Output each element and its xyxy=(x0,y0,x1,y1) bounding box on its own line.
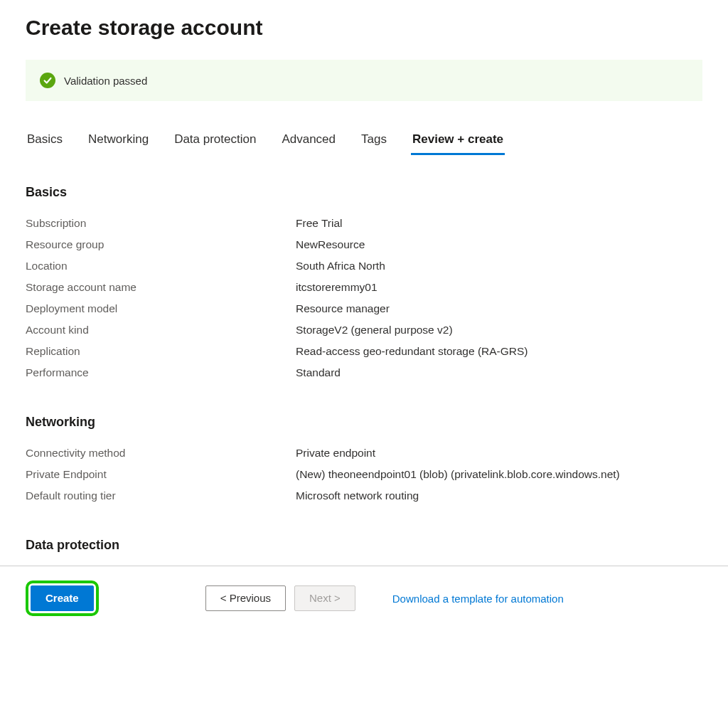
create-button[interactable]: Create xyxy=(31,585,94,611)
tab-basics[interactable]: Basics xyxy=(26,129,64,154)
tab-tags[interactable]: Tags xyxy=(360,129,388,154)
kv-row: Replication Read-access geo-redundant st… xyxy=(26,341,702,362)
kv-value: Free Trial xyxy=(296,217,342,230)
page-title: Create storage account xyxy=(26,16,702,40)
section-data-protection: Data protection xyxy=(26,538,702,553)
kv-value: Read-access geo-redundant storage (RA-GR… xyxy=(296,345,528,358)
kv-key: Storage account name xyxy=(26,281,296,294)
kv-value: South Africa North xyxy=(296,260,385,272)
validation-passed-icon xyxy=(40,73,55,88)
kv-key: Location xyxy=(26,260,296,272)
kv-row: Default routing tier Microsoft network r… xyxy=(26,485,702,507)
kv-value: Standard xyxy=(296,366,341,379)
validation-message: Validation passed xyxy=(64,75,147,87)
footer: Create < Previous Next > Download a temp… xyxy=(0,566,728,627)
section-data-protection-heading: Data protection xyxy=(26,538,702,553)
kv-row: Subscription Free Trial xyxy=(26,213,702,234)
kv-key: Deployment model xyxy=(26,302,296,315)
previous-button[interactable]: < Previous xyxy=(205,585,286,611)
next-button: Next > xyxy=(294,585,355,611)
section-basics: Basics Subscription Free Trial Resource … xyxy=(26,185,702,383)
tab-review-create[interactable]: Review + create xyxy=(411,129,505,154)
kv-value: itcstoreremmy01 xyxy=(296,281,378,294)
kv-value: Microsoft network routing xyxy=(296,489,419,502)
create-button-highlight: Create xyxy=(26,581,99,616)
kv-key: Account kind xyxy=(26,324,296,336)
kv-key: Default routing tier xyxy=(26,489,296,502)
kv-value: StorageV2 (general purpose v2) xyxy=(296,324,453,336)
kv-row: Private Endpoint (New) theoneendpoint01 … xyxy=(26,464,702,485)
section-basics-heading: Basics xyxy=(26,185,702,200)
kv-key: Performance xyxy=(26,366,296,379)
tabs: Basics Networking Data protection Advanc… xyxy=(26,129,702,154)
section-networking: Networking Connectivity method Private e… xyxy=(26,415,702,507)
kv-row: Performance Standard xyxy=(26,362,702,383)
kv-value: Resource manager xyxy=(296,302,390,315)
tab-advanced[interactable]: Advanced xyxy=(280,129,337,154)
section-networking-heading: Networking xyxy=(26,415,702,430)
validation-banner: Validation passed xyxy=(26,60,702,101)
tab-networking[interactable]: Networking xyxy=(87,129,150,154)
kv-row: Resource group NewResource xyxy=(26,234,702,255)
kv-value: (New) theoneendpoint01 (blob) (privateli… xyxy=(296,468,620,481)
kv-value: NewResource xyxy=(296,238,365,251)
kv-key: Replication xyxy=(26,345,296,358)
kv-row: Storage account name itcstoreremmy01 xyxy=(26,277,702,298)
kv-key: Resource group xyxy=(26,238,296,251)
kv-row: Location South Africa North xyxy=(26,255,702,277)
kv-value: Private endpoint xyxy=(296,447,375,460)
kv-row: Connectivity method Private endpoint xyxy=(26,442,702,464)
kv-row: Account kind StorageV2 (general purpose … xyxy=(26,319,702,341)
kv-key: Private Endpoint xyxy=(26,468,296,481)
kv-key: Connectivity method xyxy=(26,447,296,460)
tab-data-protection[interactable]: Data protection xyxy=(173,129,257,154)
download-template-link[interactable]: Download a template for automation xyxy=(392,593,564,605)
kv-row: Deployment model Resource manager xyxy=(26,298,702,319)
kv-key: Subscription xyxy=(26,217,296,230)
